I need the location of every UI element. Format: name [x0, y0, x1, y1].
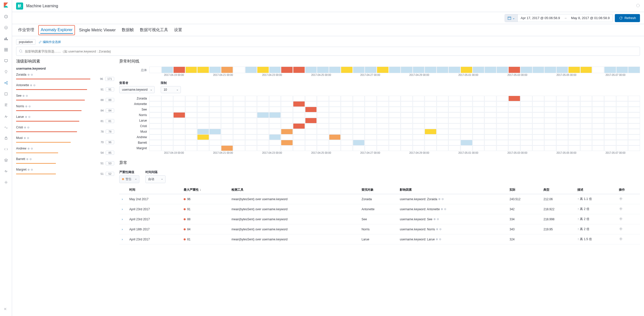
- swimlane-cell[interactable]: [616, 145, 628, 151]
- swimlane-cell[interactable]: [580, 129, 592, 134]
- swimlane-cell[interactable]: [413, 118, 425, 123]
- swimlane-cell[interactable]: [293, 101, 305, 107]
- swimlane-cell[interactable]: [628, 129, 640, 134]
- swimlane-cell[interactable]: [449, 101, 460, 107]
- swimlane-cell[interactable]: [497, 67, 508, 73]
- swimlane-cell[interactable]: [293, 145, 305, 151]
- swimlane-cell[interactable]: [425, 96, 436, 101]
- tab-single-metric[interactable]: Single Metric Viewer: [77, 25, 118, 35]
- swimlane-cell[interactable]: [281, 140, 293, 145]
- swimlane-cell[interactable]: [353, 96, 365, 101]
- swimlane-cell[interactable]: [485, 129, 496, 134]
- plus-filter-icon[interactable]: ⊕: [436, 228, 438, 231]
- kibana-logo[interactable]: [3, 2, 9, 8]
- swimlane-cell[interactable]: [485, 123, 496, 129]
- swimlane-cell[interactable]: [508, 140, 520, 145]
- swimlane-cell[interactable]: [580, 134, 592, 140]
- swimlane-cell[interactable]: [497, 140, 508, 145]
- swimlane-cell[interactable]: [269, 118, 281, 123]
- swimlane-cell[interactable]: [604, 134, 616, 140]
- swimlane-cell[interactable]: [257, 101, 269, 107]
- swimlane-cell[interactable]: [281, 107, 293, 112]
- swimlane-cell[interactable]: [162, 118, 173, 123]
- swimlane-cell[interactable]: [413, 112, 425, 118]
- swimlane-cell[interactable]: [162, 67, 173, 73]
- col-influenced-by[interactable]: 影响因素: [397, 186, 507, 194]
- swimlane-cell[interactable]: [365, 101, 377, 107]
- nav-uptime-icon[interactable]: [2, 123, 10, 131]
- swimlane-cell[interactable]: [449, 134, 460, 140]
- swimlane-cell[interactable]: [377, 145, 389, 151]
- swimlane-cell[interactable]: [185, 140, 197, 145]
- swimlane-row-label[interactable]: Antonette: [119, 101, 149, 107]
- swimlane-cell[interactable]: [269, 123, 281, 129]
- swimlane-cell[interactable]: [305, 101, 317, 107]
- swimlane-cell[interactable]: [197, 140, 209, 145]
- nav-visualize-icon[interactable]: [2, 35, 10, 43]
- swimlane-cell[interactable]: [185, 118, 197, 123]
- plus-filter-icon[interactable]: ⊕: [22, 94, 25, 97]
- swimlane-cell[interactable]: [365, 96, 377, 101]
- swimlane-cell[interactable]: [485, 145, 496, 151]
- swimlane-cell[interactable]: [269, 112, 281, 118]
- swimlane-cell[interactable]: [533, 145, 544, 151]
- nav-canvas-icon[interactable]: [2, 57, 10, 65]
- nav-stack-icon[interactable]: [2, 156, 10, 164]
- swimlane-cell[interactable]: [461, 134, 472, 140]
- swimlane-cell[interactable]: [233, 96, 245, 101]
- swimlane-cell[interactable]: [329, 67, 341, 73]
- swimlane-cell[interactable]: [377, 134, 389, 140]
- swimlane-cell[interactable]: [473, 118, 485, 123]
- swimlane-cell[interactable]: [413, 140, 425, 145]
- swimlane-cell[interactable]: [317, 145, 329, 151]
- swimlane-cell[interactable]: [473, 145, 485, 151]
- tab-anomaly-explorer[interactable]: Anomaly Explorer: [40, 27, 73, 34]
- swimlane-cell[interactable]: [473, 107, 485, 112]
- swimlane-cell[interactable]: [149, 145, 161, 151]
- swimlane-cell[interactable]: [592, 134, 604, 140]
- swimlane-cell[interactable]: [580, 96, 592, 101]
- swimlane-cell[interactable]: [604, 101, 616, 107]
- swimlane-cell[interactable]: [221, 118, 233, 123]
- swimlane-cell[interactable]: [269, 107, 281, 112]
- swimlane-cell[interactable]: [377, 123, 389, 129]
- swimlane-cell[interactable]: [425, 123, 436, 129]
- swimlane-cell[interactable]: [365, 145, 377, 151]
- swimlane-cell[interactable]: [281, 123, 293, 129]
- nav-devtools-icon[interactable]: [2, 145, 10, 153]
- swimlane-cell[interactable]: [245, 129, 257, 134]
- swimlane-cell[interactable]: [520, 112, 532, 118]
- swimlane-cell[interactable]: [293, 140, 305, 145]
- swimlane-cell[interactable]: [485, 112, 496, 118]
- swimlane-cell[interactable]: [341, 118, 353, 123]
- swimlane-cell[interactable]: [425, 101, 436, 107]
- swimlane-cell[interactable]: [377, 101, 389, 107]
- swimlane-cell[interactable]: [628, 145, 640, 151]
- swimlane-cell[interactable]: [508, 118, 520, 123]
- tab-settings[interactable]: 设置: [172, 24, 184, 36]
- swimlane-cell[interactable]: [377, 112, 389, 118]
- swimlane-cell[interactable]: [533, 107, 544, 112]
- swimlane-cell[interactable]: [245, 107, 257, 112]
- nav-infra-icon[interactable]: [2, 90, 10, 98]
- swimlane-cell[interactable]: [592, 112, 604, 118]
- swimlane-cell[interactable]: [556, 96, 568, 101]
- nav-collapse-icon[interactable]: [2, 305, 10, 313]
- swimlane-cell[interactable]: [628, 101, 640, 107]
- swimlane-cell[interactable]: [257, 140, 269, 145]
- swimlane-cell[interactable]: [245, 118, 257, 123]
- swimlane-cell[interactable]: [533, 129, 544, 134]
- swimlane-cell[interactable]: [197, 118, 209, 123]
- swimlane-cell[interactable]: [628, 134, 640, 140]
- swimlane-cell[interactable]: [497, 107, 508, 112]
- swimlane-cell[interactable]: [520, 145, 532, 151]
- swimlane-cell[interactable]: [173, 118, 185, 123]
- swimlane-cell[interactable]: [365, 118, 377, 123]
- swimlane-cell[interactable]: [580, 67, 592, 73]
- swimlane-cell[interactable]: [365, 134, 377, 140]
- swimlane-row-label[interactable]: See: [119, 107, 149, 112]
- swimlane-cell[interactable]: [604, 118, 616, 123]
- swimlane-cell[interactable]: [473, 112, 485, 118]
- swimlane-cell[interactable]: [341, 112, 353, 118]
- swimlane-cell[interactable]: [173, 112, 185, 118]
